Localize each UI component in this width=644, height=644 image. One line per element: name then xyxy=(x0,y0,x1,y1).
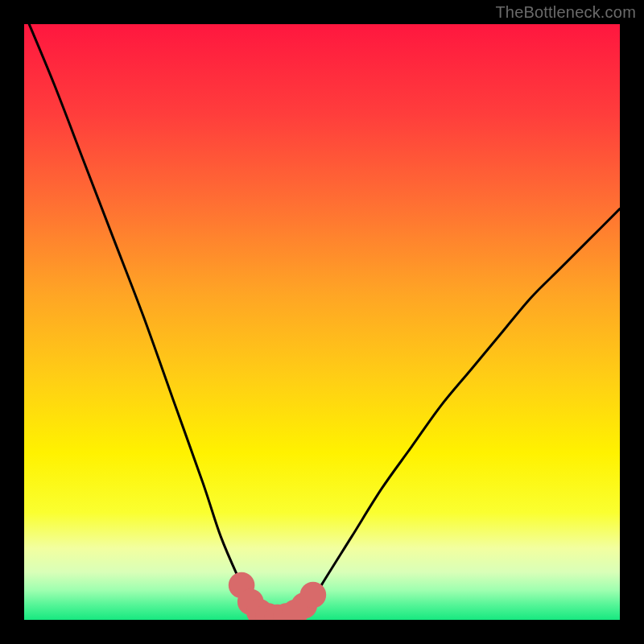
outer-frame: TheBottleneck.com xyxy=(0,0,644,644)
bottom-markers xyxy=(229,572,326,620)
watermark-text: TheBottleneck.com xyxy=(495,3,636,22)
bottleneck-curve xyxy=(24,24,620,619)
curve-layer xyxy=(24,24,620,620)
plot-area xyxy=(24,24,620,620)
marker-dot xyxy=(300,582,327,609)
